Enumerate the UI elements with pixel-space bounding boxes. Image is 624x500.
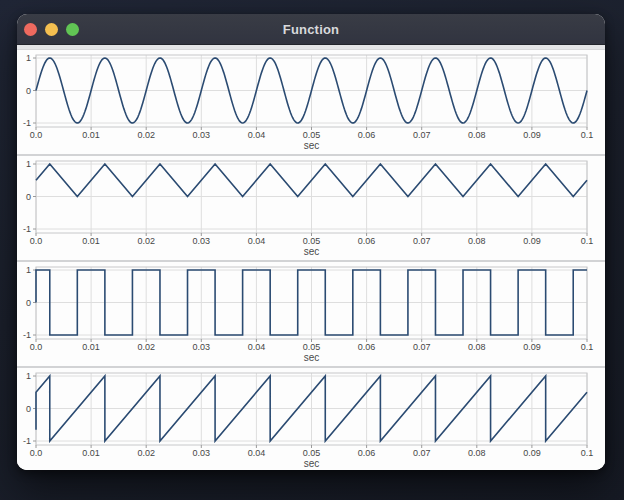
- waveform-plot-triangle: 0.00.010.020.030.040.050.060.070.080.090…: [17, 156, 605, 260]
- x-tick-label: 0.08: [468, 342, 486, 352]
- y-tick-label: 0: [26, 86, 31, 96]
- x-tick-label: 0.07: [413, 342, 431, 352]
- x-tick-label: 0.1: [581, 342, 594, 352]
- y-tick-label: -1: [23, 436, 31, 446]
- x-tick-label: 0.1: [581, 130, 594, 140]
- x-axis-label: sec: [304, 352, 320, 363]
- x-tick-label: 0.02: [137, 130, 155, 140]
- zoom-button[interactable]: [66, 23, 79, 36]
- x-tick-label: 0.1: [581, 448, 594, 458]
- x-tick-label: 0.0: [30, 130, 43, 140]
- waveform-plot-sawtooth: 0.00.010.020.030.040.050.060.070.080.090…: [17, 368, 605, 470]
- titlebar[interactable]: Function: [17, 14, 605, 45]
- x-tick-label: 0.01: [82, 130, 100, 140]
- x-tick-label: 0.05: [303, 342, 321, 352]
- waveform-plot-square: 0.00.010.020.030.040.050.060.070.080.090…: [17, 262, 605, 366]
- panel-square: 0.00.010.020.030.040.050.060.070.080.090…: [17, 260, 605, 366]
- x-tick-label: 0.09: [523, 130, 541, 140]
- y-tick-label: 1: [26, 265, 31, 275]
- x-tick-label: 0.04: [248, 342, 266, 352]
- function-window: Function 0.00.010.020.030.040.050.060.07…: [17, 14, 605, 470]
- x-axis-label: sec: [304, 140, 320, 151]
- x-tick-label: 0.02: [137, 448, 155, 458]
- x-tick-label: 0.07: [413, 448, 431, 458]
- x-axis-label: sec: [304, 246, 320, 257]
- panel-sine: 0.00.010.020.030.040.050.060.070.080.090…: [17, 50, 605, 154]
- x-tick-label: 0.0: [30, 236, 43, 246]
- x-tick-label: 0.08: [468, 130, 486, 140]
- y-tick-label: 0: [26, 192, 31, 202]
- close-button[interactable]: [24, 23, 37, 36]
- x-tick-label: 0.06: [358, 342, 376, 352]
- x-axis-label: sec: [304, 458, 320, 469]
- x-tick-label: 0.01: [82, 236, 100, 246]
- x-tick-label: 0.06: [358, 130, 376, 140]
- x-tick-label: 0.07: [413, 236, 431, 246]
- plot-panels: 0.00.010.020.030.040.050.060.070.080.090…: [17, 50, 605, 470]
- x-tick-label: 0.0: [30, 342, 43, 352]
- x-tick-label: 0.02: [137, 236, 155, 246]
- y-tick-label: -1: [23, 330, 31, 340]
- x-tick-label: 0.1: [581, 236, 594, 246]
- y-tick-label: 0: [26, 298, 31, 308]
- window-title: Function: [283, 22, 339, 37]
- x-tick-label: 0.05: [303, 130, 321, 140]
- x-tick-label: 0.01: [82, 342, 100, 352]
- x-tick-label: 0.08: [468, 236, 486, 246]
- x-tick-label: 0.02: [137, 342, 155, 352]
- x-tick-label: 0.07: [413, 130, 431, 140]
- x-tick-label: 0.01: [82, 448, 100, 458]
- x-tick-label: 0.09: [523, 448, 541, 458]
- x-tick-label: 0.09: [523, 236, 541, 246]
- y-tick-label: -1: [23, 224, 31, 234]
- x-tick-label: 0.08: [468, 448, 486, 458]
- waveform-plot-sine: 0.00.010.020.030.040.050.060.070.080.090…: [17, 50, 605, 154]
- x-tick-label: 0.04: [248, 448, 266, 458]
- x-tick-label: 0.03: [193, 130, 211, 140]
- traffic-lights: [24, 14, 79, 44]
- x-tick-label: 0.06: [358, 236, 376, 246]
- x-tick-label: 0.05: [303, 448, 321, 458]
- y-tick-label: 1: [26, 159, 31, 169]
- x-tick-label: 0.04: [248, 236, 266, 246]
- y-tick-label: -1: [23, 118, 31, 128]
- x-tick-label: 0.04: [248, 130, 266, 140]
- panel-sawtooth: 0.00.010.020.030.040.050.060.070.080.090…: [17, 366, 605, 470]
- x-tick-label: 0.03: [193, 236, 211, 246]
- x-tick-label: 0.03: [193, 342, 211, 352]
- y-tick-label: 1: [26, 371, 31, 381]
- panel-triangle: 0.00.010.020.030.040.050.060.070.080.090…: [17, 154, 605, 260]
- x-tick-label: 0.0: [30, 448, 43, 458]
- x-tick-label: 0.06: [358, 448, 376, 458]
- y-tick-label: 1: [26, 53, 31, 63]
- x-tick-label: 0.05: [303, 236, 321, 246]
- x-tick-label: 0.03: [193, 448, 211, 458]
- minimize-button[interactable]: [45, 23, 58, 36]
- y-tick-label: 0: [26, 404, 31, 414]
- x-tick-label: 0.09: [523, 342, 541, 352]
